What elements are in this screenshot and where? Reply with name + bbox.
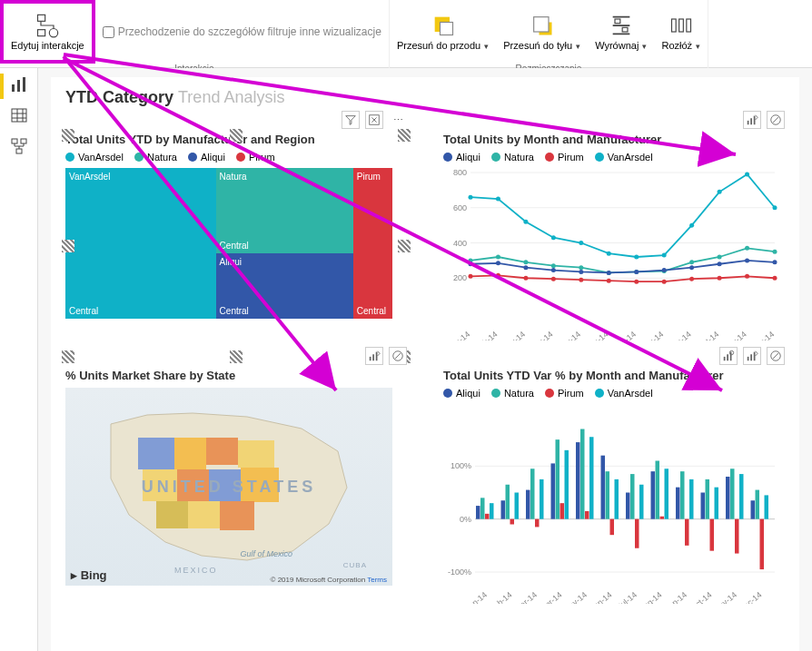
svg-rect-175 bbox=[739, 474, 744, 519]
send-backward-label: Przesuń do tyłu bbox=[503, 40, 572, 51]
svg-rect-123 bbox=[480, 498, 485, 518]
svg-rect-169 bbox=[710, 519, 715, 551]
more-options-icon[interactable]: ⋯ bbox=[389, 111, 407, 129]
interaction-none-icon[interactable] bbox=[767, 111, 785, 129]
svg-rect-21 bbox=[750, 118, 752, 124]
svg-rect-137 bbox=[551, 463, 556, 518]
focus-mode-icon[interactable] bbox=[365, 111, 383, 129]
svg-rect-94 bbox=[376, 352, 378, 361]
report-page[interactable]: YTD Category Trend Analysis ⋯ Total Unit… bbox=[51, 77, 799, 651]
viz-map[interactable]: % Units Market Share by State bbox=[65, 369, 407, 623]
align-button[interactable]: Wyrównaj bbox=[588, 0, 654, 64]
svg-text:May-14: May-14 bbox=[556, 330, 582, 340]
svg-rect-108 bbox=[727, 354, 728, 360]
drill-filters-checkbox[interactable]: Przechodzenie do szczegółów filtruje inn… bbox=[95, 0, 389, 64]
interaction-highlight-icon[interactable] bbox=[719, 347, 738, 365]
svg-text:Oct-14: Oct-14 bbox=[696, 330, 720, 340]
svg-rect-98 bbox=[206, 438, 238, 465]
svg-point-45 bbox=[496, 197, 500, 202]
bar-chart-svg: -100%0%100%Jan-14Feb-14Mar-14Apr-14May-1… bbox=[443, 404, 779, 604]
treemap-body[interactable]: VanArsdel Central Natura Central Aliqui bbox=[65, 168, 392, 319]
svg-rect-10 bbox=[678, 19, 683, 32]
svg-text:Jul-14: Jul-14 bbox=[616, 590, 639, 604]
svg-rect-133 bbox=[530, 469, 535, 518]
viz3-title: % Units Market Share by State bbox=[65, 369, 407, 382]
drill-filters-input[interactable] bbox=[103, 26, 114, 38]
page-title-main: YTD Category bbox=[65, 88, 173, 106]
svg-point-58 bbox=[523, 260, 528, 264]
svg-rect-17 bbox=[21, 139, 26, 143]
canvas: YTD Category Trend Analysis ⋯ Total Unit… bbox=[38, 68, 812, 651]
svg-rect-172 bbox=[726, 477, 730, 519]
bring-forward-label: Przesuń do przodu bbox=[397, 40, 480, 51]
workspace: YTD Category Trend Analysis ⋯ Total Unit… bbox=[0, 68, 812, 651]
distribute-button[interactable]: Rozłóż bbox=[654, 0, 708, 64]
svg-rect-144 bbox=[585, 511, 589, 519]
interaction-none-icon[interactable] bbox=[389, 347, 407, 365]
interaction-none-icon[interactable] bbox=[767, 347, 785, 365]
viz2-legend: Aliqui Natura Pirum VanArsdel bbox=[443, 152, 785, 163]
svg-rect-148 bbox=[606, 471, 610, 519]
model-view-icon[interactable] bbox=[10, 137, 28, 155]
svg-rect-16 bbox=[12, 139, 17, 143]
svg-rect-157 bbox=[651, 471, 656, 519]
viz-line[interactable]: Total Units by Month and Manufacturer Al… bbox=[443, 133, 785, 360]
svg-rect-112 bbox=[750, 354, 752, 360]
svg-rect-145 bbox=[589, 437, 594, 518]
svg-rect-11 bbox=[687, 19, 691, 32]
send-backward-button[interactable]: Przesuń do tyłu bbox=[496, 0, 588, 64]
interaction-filter-icon[interactable] bbox=[365, 347, 383, 365]
svg-rect-179 bbox=[760, 519, 765, 569]
svg-rect-138 bbox=[556, 439, 560, 519]
svg-rect-170 bbox=[715, 488, 719, 519]
svg-point-87 bbox=[662, 280, 667, 284]
data-view-icon[interactable] bbox=[10, 106, 28, 124]
svg-rect-128 bbox=[506, 485, 510, 519]
svg-rect-155 bbox=[639, 485, 644, 519]
svg-rect-150 bbox=[615, 479, 619, 519]
report-view-icon[interactable] bbox=[10, 75, 28, 94]
edit-interactions-button[interactable]: Edytuj interakcje bbox=[0, 0, 95, 64]
svg-rect-12 bbox=[12, 84, 15, 92]
viz-treemap[interactable]: ⋯ Total Units YTD by Manufacturer and Re… bbox=[65, 133, 407, 360]
svg-text:800: 800 bbox=[453, 168, 467, 177]
svg-rect-113 bbox=[754, 352, 756, 361]
filter-icon[interactable] bbox=[342, 111, 360, 129]
svg-text:Nov-14: Nov-14 bbox=[712, 590, 738, 604]
interaction-filter-icon[interactable] bbox=[743, 111, 761, 129]
viz-bar[interactable]: Total Units YTD Var % by Month and Manuf… bbox=[443, 369, 785, 623]
svg-rect-160 bbox=[665, 469, 669, 518]
svg-rect-130 bbox=[515, 493, 520, 519]
svg-point-71 bbox=[551, 268, 556, 272]
svg-rect-0 bbox=[38, 15, 45, 21]
map-country-label: UNITED STATES bbox=[142, 478, 316, 497]
drill-filters-label: Przechodzenie do szczegółów filtruje inn… bbox=[118, 25, 381, 38]
svg-rect-8 bbox=[622, 27, 628, 32]
svg-point-81 bbox=[496, 273, 500, 278]
svg-rect-143 bbox=[580, 429, 585, 519]
svg-rect-127 bbox=[501, 500, 506, 518]
svg-rect-163 bbox=[680, 471, 685, 519]
svg-point-47 bbox=[551, 235, 556, 240]
map-terms-link[interactable]: Terms bbox=[367, 576, 387, 584]
svg-point-52 bbox=[689, 223, 694, 228]
svg-point-49 bbox=[607, 252, 611, 256]
svg-rect-107 bbox=[724, 357, 726, 360]
svg-text:Oct-14: Oct-14 bbox=[688, 590, 713, 604]
svg-text:200: 200 bbox=[453, 273, 467, 282]
svg-rect-134 bbox=[535, 519, 540, 528]
svg-text:Jun-14: Jun-14 bbox=[589, 590, 614, 604]
svg-point-72 bbox=[579, 270, 583, 274]
map-body[interactable]: UNITED STATES Gulf of Mexico MEXICO CUBA… bbox=[65, 388, 392, 586]
svg-rect-97 bbox=[174, 438, 206, 469]
svg-rect-140 bbox=[565, 450, 569, 519]
svg-text:600: 600 bbox=[453, 203, 467, 212]
svg-text:Jul-14: Jul-14 bbox=[615, 330, 638, 340]
svg-rect-105 bbox=[188, 501, 220, 528]
svg-text:Jan-14: Jan-14 bbox=[447, 330, 472, 340]
interaction-filter-icon[interactable] bbox=[743, 347, 761, 365]
bring-forward-button[interactable]: Przesuń do przodu bbox=[390, 0, 496, 64]
svg-rect-125 bbox=[490, 503, 494, 519]
svg-point-82 bbox=[523, 276, 528, 281]
svg-rect-174 bbox=[735, 519, 739, 554]
